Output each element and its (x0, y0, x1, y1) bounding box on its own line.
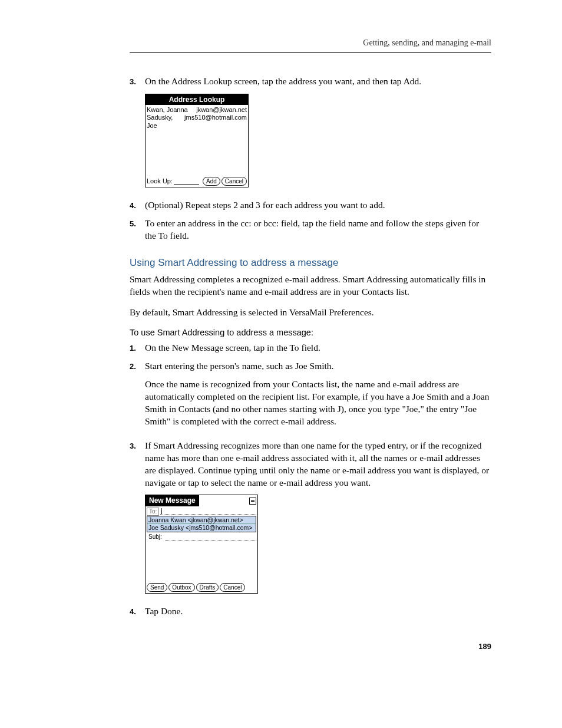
sa-step-3: 3. If Smart Addressing recognizes more t… (130, 440, 491, 489)
pda-address-lookup: Address Lookup Kwan, Joanna jkwan@jkwan.… (145, 94, 249, 187)
to-label[interactable]: To: (147, 508, 159, 516)
suggestion-list: Joanna Kwan <jkwan@jkwan.net> Joe Sadusk… (147, 516, 256, 532)
section-paragraph: Smart Addressing completes a recognized … (130, 274, 491, 298)
lookup-name: Sadusky, Joe (147, 114, 184, 129)
lookup-input[interactable] (174, 179, 199, 185)
to-value: j (161, 507, 162, 515)
step-text: If Smart Addressing recognizes more than… (145, 440, 491, 489)
subj-label[interactable]: Subj: (147, 533, 164, 541)
step-3: 3. On the Address Lookup screen, tap the… (130, 75, 491, 88)
drafts-button[interactable]: Drafts (196, 583, 219, 592)
subj-input[interactable] (165, 533, 256, 541)
lookup-name: Kwan, Joanna (147, 106, 188, 114)
step-text-detail: Once the name is recognized from your Co… (145, 378, 491, 428)
step-number: 3. (130, 440, 145, 489)
page-header: Getting, sending, and managing e-mail (130, 38, 491, 49)
outbox-button[interactable]: Outbox (168, 583, 194, 592)
lookup-row[interactable]: Kwan, Joanna jkwan@jkwan.net (147, 106, 247, 114)
step-text: (Optional) Repeat steps 2 and 3 for each… (145, 199, 491, 212)
suggestion-item[interactable]: Joanna Kwan <jkwan@jkwan.net> (147, 516, 256, 525)
header-rule (130, 52, 491, 53)
to-input[interactable]: j (160, 508, 256, 515)
lookup-email: jms510@hotmail.com (184, 114, 247, 129)
send-button[interactable]: Send (147, 583, 167, 592)
suggestion-item[interactable]: Joe Sadusky <jms510@hotmail.com> (147, 524, 256, 532)
step-text: Tap Done. (145, 605, 491, 618)
page-number: 189 (130, 641, 491, 652)
menu-icon[interactable] (249, 498, 256, 505)
add-button[interactable]: Add (203, 177, 220, 186)
cancel-button[interactable]: Cancel (220, 583, 245, 592)
lookup-row[interactable]: Sadusky, Joe jms510@hotmail.com (147, 114, 247, 129)
step-number: 2. (130, 360, 145, 434)
step-number: 5. (130, 218, 145, 242)
section-paragraph: By default, Smart Addressing is selected… (130, 307, 491, 319)
step-text: On the Address Lookup screen, tap the ad… (145, 75, 491, 88)
cancel-button[interactable]: Cancel (222, 177, 247, 186)
section-title: Using Smart Addressing to address a mess… (130, 256, 491, 270)
procedure-heading: To use Smart Addressing to address a mes… (130, 327, 491, 339)
sa-step-4: 4. Tap Done. (130, 605, 491, 618)
step-text: On the New Message screen, tap in the To… (145, 342, 491, 354)
step-5: 5. To enter an address in the cc: or bcc… (130, 218, 491, 242)
pda-new-message: New Message To: j Joanna Kwan <jkwan@jkw… (145, 495, 258, 594)
pda-title: Address Lookup (146, 94, 248, 105)
step-text: Start entering the person's name, such a… (145, 360, 491, 373)
step-number: 4. (130, 199, 145, 212)
lookup-email: jkwan@jkwan.net (196, 106, 247, 114)
sa-step-2: 2. Start entering the person's name, suc… (130, 360, 491, 434)
lookup-label: Look Up: (147, 177, 173, 185)
step-number: 3. (130, 75, 145, 88)
sa-step-1: 1. On the New Message screen, tap in the… (130, 342, 491, 354)
step-text: To enter an address in the cc: or bcc: f… (145, 218, 491, 242)
pda-title: New Message (146, 495, 199, 506)
step-number: 1. (130, 342, 145, 354)
step-4: 4. (Optional) Repeat steps 2 and 3 for e… (130, 199, 491, 212)
step-number: 4. (130, 605, 145, 618)
